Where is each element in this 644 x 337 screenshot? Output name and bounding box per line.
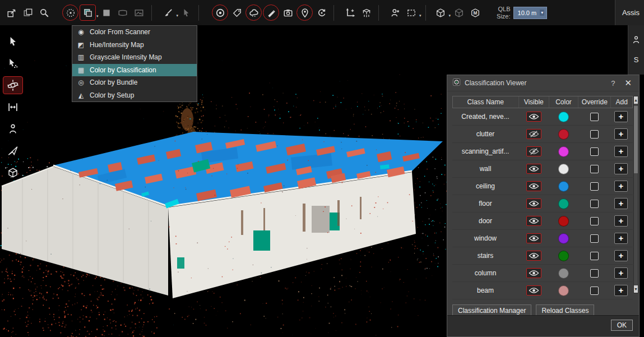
menu-item-hue-intensity-map[interactable]: ◩Hue/Intensity Map — [72, 39, 197, 52]
scrollbar-track[interactable] — [634, 104, 638, 285]
class-color-swatch[interactable] — [558, 268, 569, 279]
override-checkbox[interactable] — [590, 147, 599, 156]
ok-button[interactable]: OK — [611, 320, 633, 331]
clipping-box-button[interactable] — [3, 164, 23, 182]
assistant-side-strip: S — [628, 25, 644, 75]
qlb-size-select[interactable]: 10.0 m▾ — [513, 7, 548, 19]
class-color-swatch[interactable] — [558, 216, 569, 227]
add-to-class-button[interactable]: + — [614, 233, 628, 244]
walkthrough-button[interactable] — [3, 120, 23, 138]
column-class-name: Class Name — [453, 98, 518, 106]
class-color-swatch[interactable] — [558, 164, 569, 174]
menu-item-color-by-classification[interactable]: ▦Color by Classification — [72, 64, 197, 77]
cube-m-button[interactable]: M — [467, 5, 483, 20]
override-checkbox[interactable] — [590, 165, 599, 173]
visible-eye-icon[interactable] — [526, 198, 541, 209]
add-to-class-button[interactable]: + — [614, 267, 628, 279]
grayscale-intensity-button[interactable] — [99, 5, 114, 20]
visible-eye-icon[interactable] — [526, 285, 541, 296]
box-transform-button[interactable] — [359, 5, 374, 20]
override-checkbox[interactable] — [590, 287, 599, 295]
select-points-button[interactable] — [3, 54, 23, 72]
add-to-class-button[interactable]: + — [614, 163, 628, 174]
visible-eye-icon[interactable] — [526, 251, 541, 261]
scroll-up-button[interactable]: ▲ — [634, 96, 638, 104]
location-pin-button[interactable] — [296, 4, 313, 21]
open-project-button[interactable] — [4, 5, 19, 20]
color-mode-dropdown-button[interactable] — [80, 4, 96, 21]
class-color-swatch[interactable] — [558, 233, 569, 244]
fly-mode-button[interactable] — [3, 142, 23, 160]
override-checkbox[interactable] — [590, 217, 599, 225]
add-to-class-button[interactable]: + — [614, 198, 628, 209]
override-checkbox[interactable] — [590, 269, 599, 278]
strip-s-label[interactable]: S — [634, 56, 639, 64]
tag-annotation-button[interactable] — [229, 5, 244, 20]
class-row: wall+ — [452, 160, 633, 178]
user-annotation-button[interactable] — [387, 5, 402, 20]
class-color-swatch[interactable] — [558, 285, 569, 296]
override-checkbox[interactable] — [590, 252, 599, 260]
orbit-refresh-button[interactable] — [314, 5, 329, 20]
class-color-swatch[interactable] — [558, 198, 569, 209]
scroll-down-button[interactable]: ▼ — [634, 285, 638, 293]
brush-tool-button[interactable] — [161, 5, 176, 20]
scrollbar-thumb[interactable] — [634, 106, 638, 173]
menu-item-color-from-scanner[interactable]: ◉Color From Scanner — [72, 26, 197, 39]
add-to-class-button[interactable]: + — [614, 181, 628, 192]
class-color-swatch[interactable] — [558, 112, 569, 122]
menu-item-color-by-setup[interactable]: ◭Color by Setup — [72, 89, 197, 102]
help-button[interactable]: ? — [608, 79, 618, 87]
orbit-view-button[interactable] — [3, 76, 23, 94]
scan-point-button[interactable] — [212, 4, 228, 21]
pick-point-button[interactable] — [179, 5, 194, 20]
visible-eye-icon[interactable] — [526, 181, 541, 191]
add-to-class-button[interactable]: + — [614, 111, 628, 122]
assistant-user-icon[interactable] — [632, 35, 641, 47]
add-to-class-button[interactable]: + — [614, 285, 628, 296]
visible-eye-icon[interactable] — [526, 216, 541, 226]
class-color-swatch[interactable] — [558, 251, 569, 261]
column-override: Override — [578, 96, 610, 108]
add-to-class-button[interactable]: + — [614, 215, 628, 227]
menu-item-color-by-bundle[interactable]: ◎Color by Bundle — [72, 76, 197, 89]
override-checkbox[interactable] — [590, 200, 599, 208]
color-from-scanner-button[interactable] — [62, 4, 78, 21]
point-cloud-button[interactable] — [245, 4, 262, 21]
pano-map-button[interactable] — [115, 5, 131, 20]
override-checkbox[interactable] — [590, 130, 599, 139]
zoom-button[interactable] — [36, 5, 52, 20]
snapshot-camera-button[interactable] — [280, 5, 295, 20]
visible-eye-icon[interactable] — [526, 164, 541, 174]
class-row: Created, neve...+ — [452, 108, 633, 126]
pan-constrained-button[interactable] — [3, 98, 23, 116]
image-overlay-button[interactable] — [132, 5, 147, 20]
class-color-swatch[interactable] — [558, 129, 569, 140]
classification-viewer-panel: Classification Viewer ? ✕ Class Name Vis… — [447, 75, 640, 337]
hidden-eye-icon[interactable] — [526, 146, 541, 156]
class-row: floor+ — [452, 195, 633, 213]
duplicate-view-button[interactable] — [20, 5, 35, 20]
class-color-swatch[interactable] — [558, 181, 569, 192]
axis-placement-button[interactable] — [342, 5, 358, 20]
override-checkbox[interactable] — [590, 182, 599, 191]
wire-cube-button[interactable] — [451, 5, 466, 20]
hidden-eye-icon[interactable] — [526, 129, 541, 139]
menu-item-grayscale-intensity-map[interactable]: ▥Grayscale Intensity Map — [72, 51, 197, 64]
select-cursor-button[interactable] — [3, 33, 23, 50]
selection-box-button[interactable] — [404, 5, 419, 20]
assistant-panel-title[interactable]: Assis — [615, 0, 644, 25]
visible-eye-icon[interactable] — [526, 112, 541, 122]
override-checkbox[interactable] — [590, 113, 599, 121]
add-to-class-button[interactable]: + — [614, 250, 628, 261]
class-color-swatch[interactable] — [558, 146, 569, 157]
class-row: beam+ — [452, 282, 633, 299]
view-cube-button[interactable] — [433, 5, 448, 20]
add-to-class-button[interactable]: + — [614, 146, 628, 157]
marker-pen-button[interactable] — [263, 4, 279, 21]
visible-eye-icon[interactable] — [526, 233, 541, 243]
close-icon[interactable]: ✕ — [622, 78, 634, 88]
visible-eye-icon[interactable] — [526, 268, 541, 278]
add-to-class-button[interactable]: + — [614, 128, 628, 140]
override-checkbox[interactable] — [590, 234, 599, 243]
